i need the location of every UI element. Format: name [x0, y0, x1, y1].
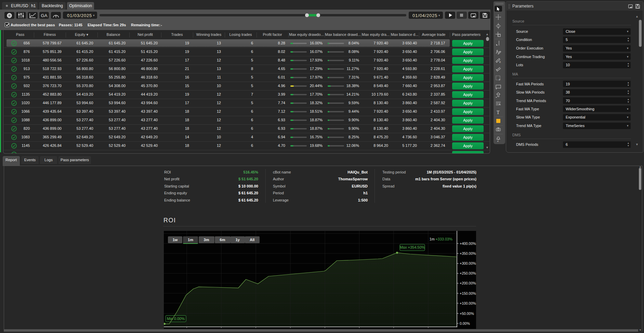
svg-text:+200.00%: +200.00%	[460, 281, 476, 285]
svg-text:F: F	[499, 79, 500, 81]
svg-text:Min 0.00%: Min 0.00%	[167, 317, 185, 321]
svg-text:1m: 1m	[430, 237, 435, 241]
svg-text:+333.03%: +333.03%	[435, 237, 452, 241]
svg-text:+150.00%: +150.00%	[460, 291, 476, 295]
svg-text:0.00%: 0.00%	[460, 321, 470, 325]
svg-text:+300.00%: +300.00%	[460, 261, 476, 265]
svg-text:+350.00%: +350.00%	[460, 251, 476, 255]
svg-text:+250.00%: +250.00%	[460, 271, 476, 275]
svg-text:E: E	[499, 61, 501, 63]
svg-text:T: T	[497, 110, 500, 115]
svg-text:Max +354.50%: Max +354.50%	[400, 245, 425, 249]
svg-text:+400.00%: +400.00%	[460, 241, 476, 246]
svg-text:+100.00%: +100.00%	[460, 301, 476, 305]
svg-text:+50.00%: +50.00%	[460, 311, 474, 316]
